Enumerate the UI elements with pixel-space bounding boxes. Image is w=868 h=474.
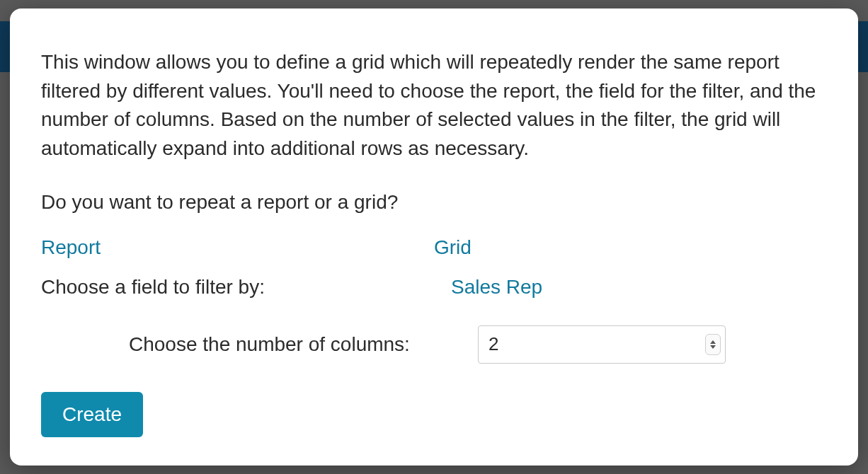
columns-input[interactable] bbox=[479, 326, 725, 363]
repeat-question: Do you want to repeat a report or a grid… bbox=[41, 188, 827, 216]
filter-field-row: Choose a field to filter by: Sales Rep bbox=[41, 276, 827, 299]
modal-description: This window allows you to define a grid … bbox=[41, 48, 827, 163]
chevron-down-icon[interactable] bbox=[710, 345, 716, 349]
option-grid[interactable]: Grid bbox=[434, 236, 472, 259]
filter-field-value[interactable]: Sales Rep bbox=[451, 276, 542, 299]
create-button[interactable]: Create bbox=[41, 392, 143, 437]
define-grid-modal: This window allows you to define a grid … bbox=[10, 8, 858, 466]
chevron-up-icon[interactable] bbox=[710, 340, 716, 344]
columns-label: Choose the number of columns: bbox=[41, 333, 478, 356]
columns-row: Choose the number of columns: bbox=[41, 325, 827, 364]
columns-stepper bbox=[705, 334, 721, 355]
columns-input-wrap bbox=[478, 325, 726, 364]
option-report[interactable]: Report bbox=[41, 236, 101, 259]
repeat-options-row: Report Grid bbox=[41, 236, 827, 259]
filter-field-label: Choose a field to filter by: bbox=[41, 276, 434, 299]
